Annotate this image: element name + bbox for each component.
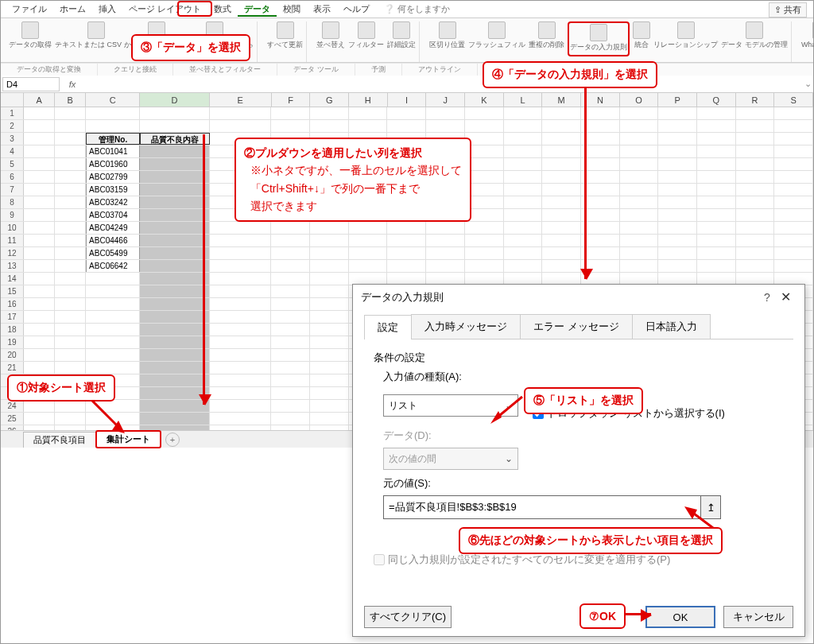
cell[interactable] [24, 222, 55, 234]
cell[interactable] [697, 273, 736, 285]
cell[interactable] [349, 120, 388, 132]
cell[interactable] [271, 260, 310, 272]
fx-icon[interactable]: fx [61, 80, 83, 89]
cell[interactable]: 品質不良内容 [140, 133, 209, 145]
cell[interactable] [310, 120, 349, 132]
cell[interactable] [581, 145, 620, 157]
cell[interactable] [387, 222, 426, 234]
filter-advanced-button[interactable]: 詳細設定 [387, 21, 416, 56]
cell[interactable] [271, 336, 310, 348]
cell[interactable] [620, 260, 659, 272]
row-header[interactable]: 3 [1, 133, 24, 145]
cell[interactable]: ABC03704 [86, 209, 140, 221]
cell[interactable] [24, 171, 55, 183]
cell[interactable] [426, 120, 465, 132]
dialog-tab-settings[interactable]: 設定 [364, 315, 412, 339]
cell[interactable] [210, 387, 272, 399]
cell[interactable] [465, 222, 504, 234]
cell[interactable] [210, 324, 272, 336]
row-header[interactable]: 13 [1, 260, 24, 272]
cell[interactable] [55, 285, 86, 297]
cell[interactable] [774, 184, 813, 196]
cell[interactable] [24, 120, 55, 132]
cell[interactable]: ABC04466 [86, 235, 140, 246]
row-header[interactable]: 16 [1, 298, 24, 310]
cell[interactable] [271, 311, 310, 323]
cell[interactable] [140, 196, 209, 208]
cell[interactable] [774, 222, 813, 234]
row-header[interactable]: 17 [1, 311, 24, 323]
cell[interactable] [210, 362, 272, 374]
cell[interactable] [774, 171, 813, 183]
get-data-button[interactable]: データの取得 [9, 21, 52, 56]
cell[interactable] [620, 133, 659, 145]
cell[interactable] [387, 273, 426, 285]
col-header-Q[interactable]: Q [697, 93, 736, 107]
name-box[interactable] [2, 77, 60, 91]
cell[interactable] [426, 222, 465, 234]
cell[interactable] [620, 222, 659, 234]
cell[interactable] [504, 196, 543, 208]
cell[interactable] [542, 196, 581, 208]
cell[interactable] [504, 247, 543, 259]
cell[interactable] [310, 298, 349, 310]
cell[interactable]: ABC03159 [86, 184, 140, 196]
cell[interactable] [55, 120, 86, 132]
col-header-H[interactable]: H [349, 93, 388, 107]
cell[interactable] [55, 336, 86, 348]
cell[interactable] [271, 298, 310, 310]
cell[interactable] [774, 145, 813, 157]
cell[interactable] [24, 133, 55, 145]
row-header[interactable]: 9 [1, 209, 24, 221]
row-header[interactable]: 2 [1, 120, 24, 132]
cell[interactable] [210, 298, 272, 310]
row-header[interactable]: 6 [1, 171, 24, 183]
cell[interactable] [426, 260, 465, 272]
cell[interactable] [210, 107, 272, 119]
cell[interactable]: ABC01960 [86, 158, 140, 170]
cell[interactable] [310, 260, 349, 272]
cell[interactable] [542, 222, 581, 234]
cell[interactable] [55, 324, 86, 336]
cell[interactable] [504, 158, 543, 170]
cell[interactable] [271, 235, 310, 246]
cell[interactable] [140, 235, 209, 246]
cell[interactable] [24, 145, 55, 157]
cell[interactable] [736, 273, 775, 285]
col-header-A[interactable]: A [24, 93, 55, 107]
cell[interactable] [140, 222, 209, 234]
cell[interactable] [658, 133, 697, 145]
col-header-G[interactable]: G [310, 93, 349, 107]
dialog-tab-ime[interactable]: 日本語入力 [632, 314, 711, 339]
dialog-tab-error-msg[interactable]: エラー メッセージ [520, 314, 633, 339]
menu-ヘルプ[interactable]: ヘルプ [337, 2, 376, 15]
cell[interactable] [736, 222, 775, 234]
cell[interactable] [697, 196, 736, 208]
cell[interactable] [24, 285, 55, 297]
cell[interactable] [542, 133, 581, 145]
cell[interactable] [24, 209, 55, 221]
column-headers[interactable]: ABCDEFGHIJKLMNOPQRS [1, 93, 813, 107]
cell[interactable] [310, 324, 349, 336]
cell[interactable] [504, 107, 543, 119]
cell[interactable] [210, 311, 272, 323]
menu-ファイル[interactable]: ファイル [6, 2, 53, 15]
cell[interactable] [55, 209, 86, 221]
cell[interactable] [55, 298, 86, 310]
cell[interactable] [140, 298, 209, 310]
cell[interactable] [736, 184, 775, 196]
cell[interactable] [581, 133, 620, 145]
cell[interactable]: ABC01041 [86, 145, 140, 157]
col-header-O[interactable]: O [620, 93, 659, 107]
cell[interactable] [542, 184, 581, 196]
cell[interactable] [465, 120, 504, 132]
cancel-button[interactable]: キャンセル [723, 606, 793, 628]
cell[interactable] [774, 260, 813, 272]
cell[interactable] [658, 120, 697, 132]
cell[interactable] [24, 298, 55, 310]
cell[interactable] [140, 184, 209, 196]
cell[interactable] [658, 222, 697, 234]
cell[interactable] [140, 336, 209, 348]
cell[interactable] [140, 171, 209, 183]
cell[interactable] [620, 145, 659, 157]
